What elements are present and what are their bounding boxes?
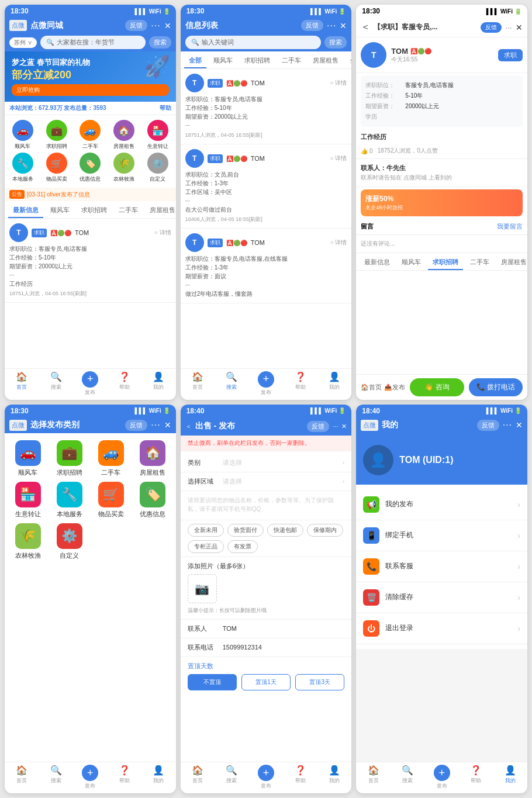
tag-genuine-5[interactable]: 专柜正品 [188, 540, 224, 553]
nav-my-4[interactable]: 👤我的 [141, 765, 176, 790]
feedback-btn-1[interactable]: 反馈 [125, 20, 147, 31]
tag-invoice-5[interactable]: 有发票 [227, 540, 258, 553]
back-btn-5[interactable]: ＜ [185, 422, 192, 431]
photo-upload-5[interactable]: 📷 [188, 574, 217, 603]
dots-btn-4[interactable]: ··· [151, 420, 160, 430]
tab-ershouchr-1[interactable]: 二手车 [114, 203, 143, 218]
nav-search-6[interactable]: 🔍搜索 [391, 765, 425, 790]
tag-new-5[interactable]: 全新未用 [188, 524, 224, 537]
feedback-btn-5[interactable]: 反馈 [307, 421, 329, 432]
nav-home-4[interactable]: 🏠首页 [5, 765, 39, 790]
nav-help-6[interactable]: ❓帮助 [459, 765, 493, 790]
nav-search-1[interactable]: 🔍 搜索 [39, 371, 74, 396]
cat-farm-4[interactable]: 🌾 农林牧渔 [9, 523, 46, 560]
dots-btn-3[interactable]: ··· [505, 23, 512, 32]
nav-search-5[interactable]: 🔍搜索 [215, 765, 249, 790]
menu-logout-6[interactable]: ⏻ 退出登录 › [356, 613, 527, 644]
icon-bendi-1[interactable]: 🔧 本地服务 [7, 153, 39, 183]
cat-promo-4[interactable]: 🏷️ 优惠信息 [134, 482, 171, 519]
help-link-1[interactable]: 帮助 [160, 104, 171, 112]
close-btn-6[interactable]: ✕ [516, 420, 523, 430]
like-btn-3[interactable]: 👍 0 [361, 148, 372, 154]
cat-service-4[interactable]: 🔧 本地服务 [51, 482, 88, 519]
nav-publish-2[interactable]: +发布 [249, 371, 284, 396]
nav-home-5[interactable]: 🏠首页 [181, 765, 215, 790]
tag-warranty-5[interactable]: 保修期内 [307, 524, 343, 537]
tab-sfcar-3[interactable]: 顺风车 [397, 255, 426, 270]
detail-link-2-3[interactable]: ○ 详情 [330, 239, 347, 247]
location-1[interactable]: 苏州 ∨ [9, 37, 37, 48]
form-desc-5[interactable]: 请简要说明您的物品名称，价格，参数等等。为了保护隐私，请不要填写手机号和QQ [181, 491, 352, 520]
cat-house-4[interactable]: 🏠 房屋租售 [134, 440, 171, 477]
nav-my-6[interactable]: 👤我的 [493, 765, 527, 790]
tag-express-5[interactable]: 快递包邮 [267, 524, 303, 537]
close-btn-4[interactable]: ✕ [164, 420, 171, 430]
close-btn-1[interactable]: ✕ [164, 21, 171, 30]
cat-goods-4[interactable]: 🛒 物品买卖 [92, 482, 129, 519]
dots-btn-1[interactable]: ··· [151, 20, 160, 31]
form-category-5[interactable]: 类别 请选择 › [181, 454, 352, 472]
banner-btn-1[interactable]: 立即抢购 [12, 84, 169, 96]
nav-home-6[interactable]: 🏠首页 [356, 765, 391, 790]
tab-more-2[interactable]: 生... [346, 54, 352, 68]
leave-comment-btn-3[interactable]: 我要留言 [497, 222, 523, 231]
tag-verify-5[interactable]: 验货面付 [227, 524, 264, 537]
feedback-btn-4[interactable]: 反馈 [125, 420, 147, 431]
tab-all-2[interactable]: 全部 [184, 54, 206, 68]
icon-nongling-1[interactable]: 🌾 农林牧渔 [108, 153, 140, 183]
icon-wupin-1[interactable]: 🛒 物品买卖 [41, 153, 72, 183]
tab-car-3[interactable]: 二手车 [465, 255, 494, 270]
icon-zhuanrang-1[interactable]: 🏪 生意转让 [142, 120, 174, 150]
detail-link-2-1[interactable]: ○ 详情 [330, 79, 347, 87]
icon-ershow-1[interactable]: 🚙 二手车 [74, 120, 106, 150]
search-input-2[interactable]: 🔍 输入关键词 [185, 36, 322, 49]
close-btn-2[interactable]: ✕ [340, 21, 347, 30]
search-btn-1[interactable]: 搜索 [149, 36, 171, 49]
nav-publish-6[interactable]: +发布 [424, 765, 459, 790]
tab-xinxi-3[interactable]: 最新信息 [360, 255, 395, 270]
nav-help-5[interactable]: ❓帮助 [283, 765, 317, 790]
feedback-btn-6[interactable]: 反馈 [477, 420, 499, 431]
nav-my-5[interactable]: 👤我的 [317, 765, 352, 790]
feedback-btn-3[interactable]: 反馈 [481, 22, 502, 33]
consult-btn-3[interactable]: 👋 咨询 [410, 378, 464, 396]
menu-publish-6[interactable]: 📢 我的发布 › [356, 489, 527, 520]
search-btn-2[interactable]: 搜索 [324, 36, 347, 49]
icon-custom-1[interactable]: ⚙️ 自定义 [142, 153, 174, 183]
feedback-btn-2[interactable]: 反馈 [301, 20, 323, 31]
tab-job-2[interactable]: 求职招聘 [240, 54, 275, 68]
menu-phone-6[interactable]: 📱 绑定手机 › [356, 520, 527, 551]
menu-service-6[interactable]: 📞 联系客服 › [356, 551, 527, 582]
cat-car-4[interactable]: 🚙 二手车 [92, 440, 129, 477]
topping-none-5[interactable]: 不置顶 [188, 674, 237, 690]
cat-sfcar-4[interactable]: 🚗 顺风车 [9, 440, 46, 477]
close-btn-3[interactable]: ✕ [516, 23, 523, 32]
tab-car-2[interactable]: 二手车 [277, 54, 306, 68]
nav-home-2[interactable]: 🏠首页 [181, 371, 215, 396]
search-input-1[interactable]: 🔍 大家都在搜：年货节 [40, 36, 146, 49]
icon-qiuzhi-1[interactable]: 💼 求职招聘 [41, 120, 72, 150]
tab-job-3[interactable]: 求职招聘 [428, 255, 463, 270]
detail-link-2-2[interactable]: ○ 详情 [330, 154, 347, 163]
tab-xinxi-1[interactable]: 最新信息 [8, 203, 43, 218]
back-btn-3[interactable]: ＜ [361, 21, 370, 33]
nav-help-2[interactable]: ❓帮助 [283, 371, 317, 396]
cat-custom-4[interactable]: ⚙️ 自定义 [51, 523, 88, 560]
nav-home-1[interactable]: 🏠 首页 [5, 371, 39, 396]
dots-btn-6[interactable]: ··· [503, 420, 512, 430]
nav-publish-4[interactable]: +发布 [73, 765, 108, 790]
icon-shunfengche-1[interactable]: 🚗 顺风车 [7, 120, 39, 150]
nav-publish-5[interactable]: +发布 [249, 765, 284, 790]
form-area-5[interactable]: 选择区域 请选择 › [181, 472, 352, 491]
nav-publish-1[interactable]: + 发布 [73, 371, 108, 396]
nav-my-1[interactable]: 👤 我的 [141, 371, 176, 396]
cat-job-4[interactable]: 💼 求职招聘 [51, 440, 88, 477]
icon-youhui-1[interactable]: 🏷️ 优惠信息 [74, 153, 106, 183]
call-btn-3[interactable]: 📞 拨打电话 [469, 378, 523, 396]
tab-qiuzhi2-1[interactable]: 求职招聘 [77, 203, 112, 218]
dots-btn-2[interactable]: ··· [327, 20, 336, 31]
tab-house-3[interactable]: 房屋租售 [496, 255, 527, 270]
icon-fangwu-1[interactable]: 🏠 房屋租售 [108, 120, 140, 150]
nav-search-2[interactable]: 🔍搜索 [215, 371, 249, 396]
menu-cache-6[interactable]: 🗑️ 清除缓存 › [356, 582, 527, 613]
